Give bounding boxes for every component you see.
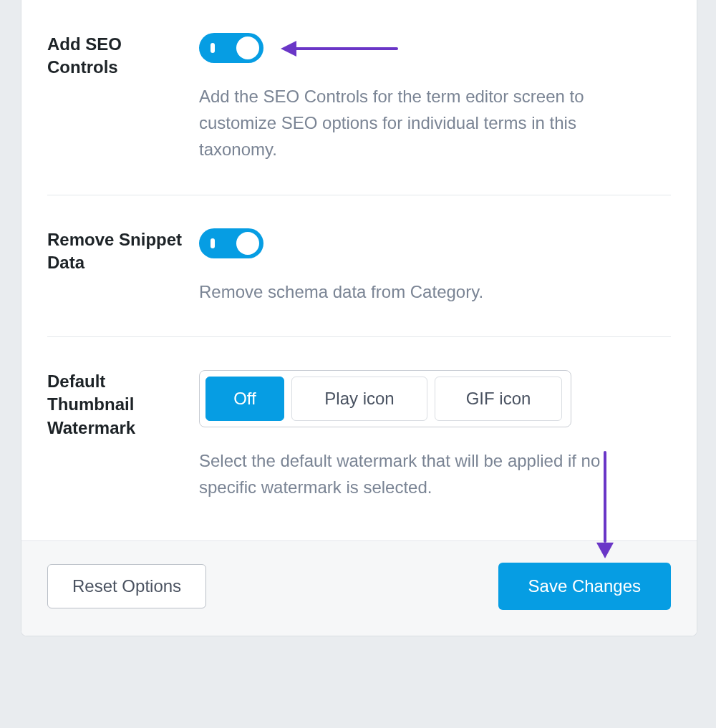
save-button[interactable]: Save Changes <box>498 563 671 610</box>
watermark-option-gif[interactable]: GIF icon <box>435 377 562 421</box>
setting-row-watermark: Default Thumbnail Watermark Off Play ico… <box>47 337 671 540</box>
toggle-remove-snippet[interactable] <box>199 228 263 258</box>
setting-label-add-seo: Add SEO Controls <box>47 33 185 79</box>
reset-button[interactable]: Reset Options <box>47 564 206 608</box>
setting-row-remove-snippet: Remove Snippet Data Remove schema data f… <box>47 195 671 337</box>
setting-desc-watermark: Select the default watermark that will b… <box>199 447 629 500</box>
panel-footer: Reset Options Save Changes <box>21 540 697 636</box>
setting-row-add-seo: Add SEO Controls Add the SEO Controls fo… <box>47 0 671 195</box>
setting-label-watermark: Default Thumbnail Watermark <box>47 370 185 440</box>
setting-desc-add-seo: Add the SEO Controls for the term editor… <box>199 83 629 163</box>
watermark-option-off[interactable]: Off <box>205 377 284 421</box>
toggle-add-seo[interactable] <box>199 33 263 63</box>
setting-label-remove-snippet: Remove Snippet Data <box>47 228 185 275</box>
setting-desc-remove-snippet: Remove schema data from Category. <box>199 278 629 305</box>
settings-panel: Add SEO Controls Add the SEO Controls fo… <box>21 0 697 636</box>
watermark-option-play[interactable]: Play icon <box>291 377 427 421</box>
annotation-arrow-toggle <box>281 44 398 54</box>
segmented-watermark: Off Play icon GIF icon <box>199 370 571 427</box>
